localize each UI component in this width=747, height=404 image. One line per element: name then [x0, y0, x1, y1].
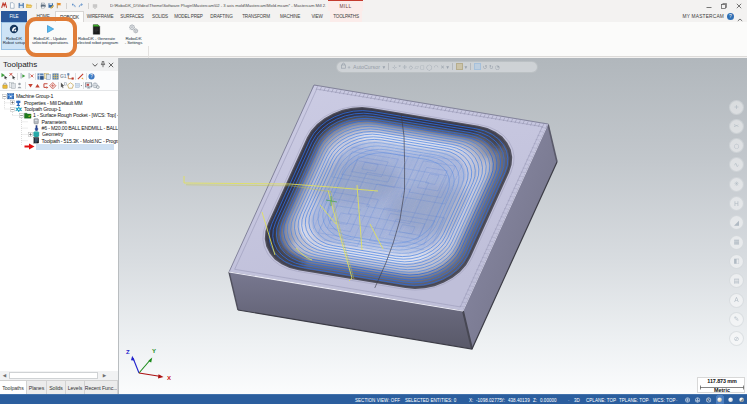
globe-gear-icon[interactable]: [92, 81, 100, 90]
print-icon[interactable]: [40, 2, 46, 10]
tab-file[interactable]: FILE: [1, 11, 27, 22]
ribbon-button-gears[interactable]: RoboDK- Settings: [121, 23, 146, 49]
customize-icon[interactable]: [92, 2, 98, 10]
monitor-icon[interactable]: [85, 81, 93, 90]
panel-tab-toolpaths[interactable]: Toolpaths: [0, 381, 27, 394]
save-as-icon[interactable]: [48, 2, 54, 10]
ac-caret2-icon[interactable]: ▾: [446, 62, 449, 72]
new-file-icon[interactable]: [9, 2, 15, 10]
ac-color-swatch[interactable]: [456, 63, 463, 70]
select-x-icon[interactable]: [9, 72, 17, 81]
gnomon-3-icon[interactable]: [706, 396, 711, 404]
open-folder-icon[interactable]: [26, 2, 32, 10]
g1-label-icon[interactable]: G1: [59, 72, 67, 81]
ac-diamond-icon[interactable]: ◇: [409, 62, 413, 72]
zoom-flag-icon[interactable]: [56, 2, 62, 10]
ac-x-icon[interactable]: ✕: [440, 62, 445, 72]
undo-icon[interactable]: [70, 2, 76, 10]
tab-machine[interactable]: MACHINE: [276, 11, 304, 22]
horizontal-scrollbar[interactable]: ◀ ▶: [0, 371, 118, 380]
dropdown-box-icon[interactable]: [75, 81, 83, 90]
ac-caret3-icon[interactable]: ▾: [465, 62, 468, 72]
ac-degree-icon[interactable]: °: [398, 62, 401, 72]
copy-pages-icon[interactable]: [44, 72, 52, 81]
slash-red-icon[interactable]: [77, 72, 85, 81]
person-gray-icon[interactable]: [16, 81, 24, 90]
tab-transform[interactable]: TRANSFORM: [240, 11, 272, 22]
panel-tab-levels[interactable]: Levels: [66, 381, 85, 394]
ac-crosshair-icon[interactable]: ✛: [403, 62, 408, 72]
pages-gray-icon[interactable]: [9, 81, 17, 90]
sphere-icon[interactable]: [728, 396, 733, 404]
lock-gold-icon[interactable]: [1, 81, 9, 90]
grid-blue-icon[interactable]: [37, 72, 45, 81]
help-icon[interactable]: ?: [727, 13, 734, 20]
ac-level-swatch[interactable]: [474, 63, 481, 70]
my-mastercam-label[interactable]: MY MASTERCAM: [683, 14, 725, 19]
scroll-left-icon[interactable]: ◀: [0, 371, 9, 380]
c-arrow-icon[interactable]: [42, 81, 50, 90]
save-icon[interactable]: [18, 2, 24, 10]
panel-tab-planes[interactable]: Planes: [27, 381, 47, 394]
tab-view[interactable]: VIEW: [308, 11, 326, 22]
filter-x-icon[interactable]: [26, 72, 34, 81]
tab-drafting[interactable]: DRAFTING: [207, 11, 236, 22]
sphere-split-icon[interactable]: [739, 396, 744, 404]
insert-position-row[interactable]: [36, 144, 114, 150]
gnomon-1-icon[interactable]: [685, 396, 690, 404]
tri-down-icon[interactable]: [26, 81, 34, 90]
tab-wireframe[interactable]: WIREFRAME: [84, 11, 116, 22]
label-icon[interactable]: A: [729, 293, 744, 308]
ac-para-icon[interactable]: ▱: [414, 62, 418, 72]
ribbon-button-robot-program[interactable]: RoboDK - Generateselected robot program: [73, 23, 120, 49]
mastercam-logo-icon[interactable]: [1, 2, 7, 10]
tree-branch-icon[interactable]: [67, 72, 75, 81]
ribbon-button-robodk-robot[interactable]: RoboDKRobot setup: [2, 23, 26, 49]
cube-icon[interactable]: ▦: [729, 235, 744, 250]
minimize-button[interactable]: [701, 1, 716, 10]
ac-square-icon[interactable]: ◻: [420, 62, 425, 72]
select-play-icon[interactable]: [1, 72, 9, 81]
status-item[interactable]: TPLANE: TOP: [619, 395, 649, 404]
status-item[interactable]: WCS: TOP: [653, 395, 676, 404]
sketch-icon[interactable]: ✎: [729, 312, 744, 327]
bowtie-icon[interactable]: H: [729, 196, 744, 211]
help-icon[interactable]: ?: [87, 72, 95, 81]
ac-point-icon[interactable]: ⊹: [392, 62, 397, 72]
tab-model-prep[interactable]: MODEL PREP: [172, 11, 205, 22]
insert-arrow-icon[interactable]: [24, 143, 35, 150]
redo-icon[interactable]: [78, 2, 84, 10]
cube-shaded-icon[interactable]: ◧: [729, 254, 744, 269]
sphere-selected-icon[interactable]: [717, 396, 722, 404]
tree-row[interactable]: Toolpath - 515.3K - Mold.NC - Program: [28, 137, 118, 143]
tab-surfaces[interactable]: SURFACES: [118, 11, 146, 22]
ac-autocursor-icon[interactable]: ⌖: [348, 62, 351, 72]
status-item[interactable]: 3D: [574, 395, 580, 404]
ac-undo-icon[interactable]: ↺: [483, 62, 488, 72]
ac-lock-icon[interactable]: [341, 62, 346, 72]
status-item[interactable]: CPLANE: TOP: [586, 395, 616, 404]
erase-icon[interactable]: ⊘: [729, 331, 744, 346]
panel-tab-recent-func-[interactable]: Recent Func...: [85, 381, 118, 394]
diamond-move-icon[interactable]: [49, 81, 57, 90]
tab-solids[interactable]: SOLIDS: [148, 11, 172, 22]
ac-caret-down-icon[interactable]: ▾: [382, 62, 385, 72]
scroll-right-icon[interactable]: ▶: [100, 371, 109, 380]
cursor-box-icon[interactable]: [59, 81, 67, 90]
circle-icon[interactable]: ○: [729, 138, 744, 153]
ac-circle-icon[interactable]: ◯: [426, 62, 432, 72]
restore-button[interactable]: [716, 1, 731, 10]
ac-redo-icon[interactable]: ↻: [489, 62, 494, 72]
ac-arc-icon[interactable]: ◠: [434, 62, 439, 72]
gnomon-2-icon[interactable]: [695, 396, 700, 404]
grid-gold-icon[interactable]: [52, 72, 60, 81]
tab-toolpaths[interactable]: TOOLPATHS: [330, 11, 362, 22]
asterisk-icon[interactable]: ✳: [729, 177, 744, 192]
close-icon[interactable]: [106, 60, 115, 69]
scissors-icon[interactable]: ✂: [729, 119, 744, 134]
ac-rotate-icon[interactable]: ◔: [495, 62, 500, 72]
plus-icon[interactable]: +: [729, 100, 744, 115]
scrollbar-thumb[interactable]: [9, 372, 98, 380]
panel-tab-solids[interactable]: Solids: [47, 381, 66, 394]
tri-up-icon[interactable]: [34, 81, 42, 90]
